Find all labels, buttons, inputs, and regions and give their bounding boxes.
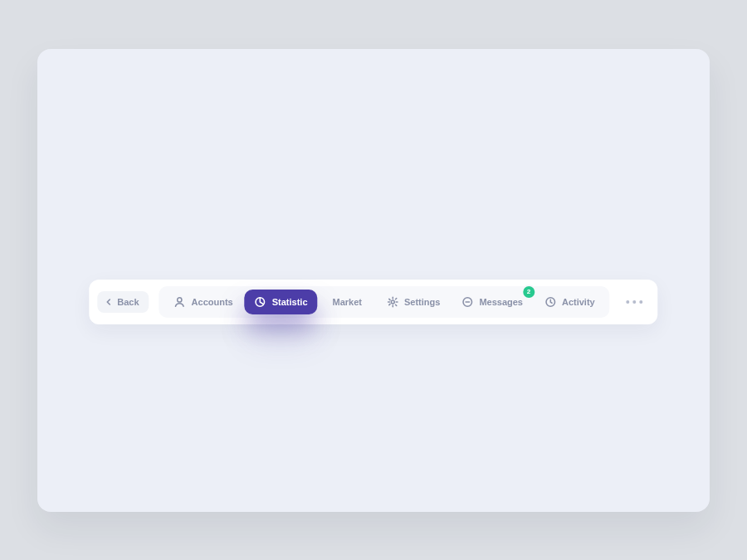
- more-button[interactable]: [620, 290, 650, 314]
- user-icon: [174, 296, 186, 308]
- svg-point-2: [391, 300, 394, 304]
- clock-icon: [544, 296, 556, 308]
- tab-label: Settings: [404, 297, 440, 307]
- tab-settings[interactable]: Settings: [377, 290, 450, 314]
- tab-messages[interactable]: Messages 2: [452, 290, 533, 314]
- pie-icon: [255, 296, 266, 308]
- back-label: Back: [117, 297, 139, 307]
- tab-label: Statistic: [272, 297, 308, 307]
- tab-group: Accounts Statistic Market Settings: [159, 286, 610, 318]
- chevron-left-icon: [105, 299, 112, 305]
- tab-label: Messages: [479, 297, 523, 307]
- gear-icon: [387, 296, 398, 308]
- svg-point-0: [178, 297, 182, 301]
- tab-activity[interactable]: Activity: [535, 290, 605, 314]
- tab-label: Market: [333, 297, 362, 307]
- dots-icon: [640, 300, 643, 304]
- tab-label: Accounts: [192, 297, 233, 307]
- tab-market[interactable]: Market: [320, 290, 375, 314]
- tab-statistic[interactable]: Statistic: [245, 290, 318, 314]
- tab-label: Activity: [562, 297, 595, 307]
- messages-badge: 2: [523, 286, 535, 298]
- nav-bar: Back Accounts Statistic Market: [89, 280, 657, 324]
- app-card: Back Accounts Statistic Market: [37, 49, 710, 512]
- back-button[interactable]: Back: [97, 291, 149, 313]
- dots-icon: [633, 300, 637, 304]
- message-icon: [461, 296, 473, 308]
- dots-icon: [627, 300, 630, 304]
- tab-accounts[interactable]: Accounts: [164, 290, 243, 314]
